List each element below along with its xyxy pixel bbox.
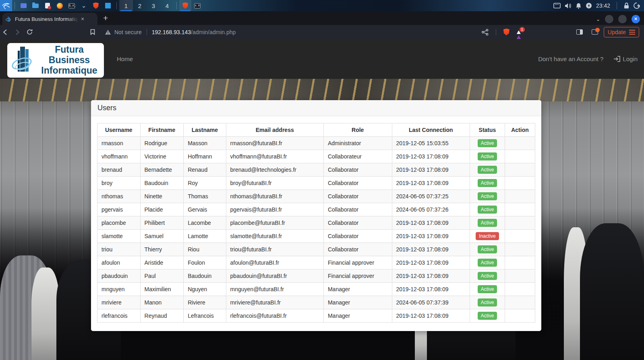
system-taskbar: $_#_ ⌄ 1 2 3 4 k R 23:42 xyxy=(0,0,644,11)
cell-role: Collaborator xyxy=(323,230,392,243)
window-app-icon[interactable] xyxy=(17,0,29,11)
login-link[interactable]: Login xyxy=(614,56,638,62)
update-label: Update xyxy=(608,29,626,35)
cell-role: Financial approver xyxy=(323,256,392,269)
lock-screen-icon[interactable] xyxy=(623,2,630,9)
cell-lastname: Masson xyxy=(184,137,226,150)
card-body: Username Firstname Lastname Email addres… xyxy=(91,116,541,323)
firefox-icon[interactable] xyxy=(54,0,66,11)
network-icon[interactable] xyxy=(553,3,561,8)
terminal-window-task[interactable]: k R xyxy=(191,0,203,11)
minimize-button[interactable] xyxy=(605,15,613,23)
cell-lastname: Riviere xyxy=(184,296,226,309)
browser-tab[interactable]: Futura Business Informatiq × xyxy=(2,13,97,25)
file-manager-icon[interactable] xyxy=(29,0,41,11)
vscode-icon[interactable] xyxy=(102,0,114,11)
cell-username: pgervais xyxy=(97,203,141,216)
cell-last-connection: 2019-12-03 17:08:09 xyxy=(392,163,470,177)
status-badge: Active xyxy=(478,259,497,267)
cell-last-connection: 2024-06-05 07:37:25 xyxy=(392,190,470,203)
new-tab-button[interactable]: + xyxy=(103,13,108,23)
tab-close-icon[interactable]: × xyxy=(81,16,84,22)
status-badge: Active xyxy=(478,179,497,187)
share-icon[interactable] xyxy=(482,29,489,35)
col-last-connection: Last Connection xyxy=(392,123,470,137)
update-button[interactable]: Update xyxy=(604,27,639,37)
status-badge: Active xyxy=(478,206,497,214)
cell-email: slamotte@futuraBI.fr xyxy=(226,230,323,243)
security-label: Not secure xyxy=(114,29,142,35)
brave-launcher-icon[interactable] xyxy=(90,0,102,11)
col-email: Email address xyxy=(226,123,323,137)
table-row: rlefrancois Reynaud Lefrancois rlefranco… xyxy=(97,309,535,323)
reload-icon[interactable] xyxy=(27,29,39,35)
status-badge: Active xyxy=(478,166,497,174)
tab-title: Futura Business Informatiq xyxy=(15,16,79,22)
cell-role: Financial approver xyxy=(323,269,392,283)
browser-tab-bar: Futura Business Informatiq × + ⌄ × xyxy=(0,11,644,25)
url-text[interactable]: 192.168.93.143/admin/admin.php xyxy=(152,29,236,35)
cell-status: Active xyxy=(470,256,505,269)
clock[interactable]: 23:42 xyxy=(596,2,610,9)
cell-email: nthomas@futuraBI.fr xyxy=(226,190,323,203)
reading-list-icon[interactable] xyxy=(592,29,598,35)
cell-lastname: Roy xyxy=(184,177,226,190)
forward-icon[interactable] xyxy=(14,29,27,35)
cell-email: triou@futuraBI.fr xyxy=(226,243,323,256)
cell-username: brenaud xyxy=(97,163,141,177)
rewards-badge: 1 xyxy=(520,27,525,32)
cell-email: brenaud@lrtechnologies.fr xyxy=(226,163,323,177)
power-manager-icon[interactable] xyxy=(586,2,592,9)
workspace-4[interactable]: 4 xyxy=(160,0,174,11)
text-editor-icon[interactable] xyxy=(41,0,54,11)
cell-last-connection: 2019-12-03 17:08:09 xyxy=(392,216,470,230)
cell-action xyxy=(505,177,535,190)
users-table: Username Firstname Lastname Email addres… xyxy=(97,123,535,323)
cell-action xyxy=(505,230,535,243)
cell-role: Collaborator xyxy=(323,216,392,230)
workspace-1[interactable]: 1 xyxy=(119,0,133,11)
cell-role: Manager xyxy=(323,283,392,296)
launcher-chevron-icon[interactable]: ⌄ xyxy=(78,0,90,11)
cell-lastname: Riou xyxy=(184,243,226,256)
security-chip[interactable]: Not secure 192.168.93.143/admin/admin.ph… xyxy=(105,29,236,35)
tab-search-chevron-icon[interactable]: ⌄ xyxy=(596,16,600,22)
cell-username: rlefrancois xyxy=(97,309,141,323)
table-row: placombe Philibert Lacombe placombe@futu… xyxy=(97,216,535,230)
volume-icon[interactable] xyxy=(565,3,572,9)
notifications-bell-icon[interactable] xyxy=(576,3,582,9)
cell-firstname: Reynaud xyxy=(140,309,184,323)
logout-icon[interactable] xyxy=(634,2,640,9)
site-logo[interactable]: Futura Business Informatique xyxy=(7,43,104,78)
cell-email: broy@futuraBI.fr xyxy=(226,177,323,190)
cell-email: placombe@futuraBI.fr xyxy=(226,216,323,230)
header-right: Don't have an Account ? Login xyxy=(538,39,638,79)
cell-status: Active xyxy=(470,309,505,323)
col-status: Status xyxy=(470,123,505,137)
status-badge: Active xyxy=(478,139,497,147)
taskbar-separator xyxy=(176,2,177,9)
logo-building-icon xyxy=(10,45,35,76)
cell-action xyxy=(505,190,535,203)
brave-rewards-icon[interactable]: 1 xyxy=(515,29,522,36)
table-row: pgervais Placide Gervais pgervais@futura… xyxy=(97,203,535,216)
close-window-button[interactable]: × xyxy=(632,15,640,23)
cell-status: Active xyxy=(470,269,505,283)
workspace-2[interactable]: 2 xyxy=(133,0,147,11)
cell-status: Active xyxy=(470,296,505,309)
workspace-3[interactable]: 3 xyxy=(147,0,160,11)
sidebar-panel-icon[interactable] xyxy=(576,29,583,35)
terminal-icon[interactable]: $_#_ xyxy=(66,0,78,11)
menu-hamburger-icon[interactable] xyxy=(629,29,635,36)
cell-last-connection: 2019-12-03 17:08:09 xyxy=(392,283,470,296)
brave-shield-icon[interactable] xyxy=(503,29,509,35)
nav-home-link[interactable]: Home xyxy=(117,39,133,79)
cell-email: pgervais@futuraBI.fr xyxy=(226,203,323,216)
brave-window-task[interactable] xyxy=(179,0,191,11)
back-icon[interactable] xyxy=(2,29,14,35)
kali-menu-button[interactable] xyxy=(0,0,12,11)
bookmark-icon[interactable] xyxy=(90,29,95,35)
cell-status: Active xyxy=(470,163,505,177)
maximize-button[interactable] xyxy=(618,15,627,23)
status-badge: Active xyxy=(478,219,497,227)
